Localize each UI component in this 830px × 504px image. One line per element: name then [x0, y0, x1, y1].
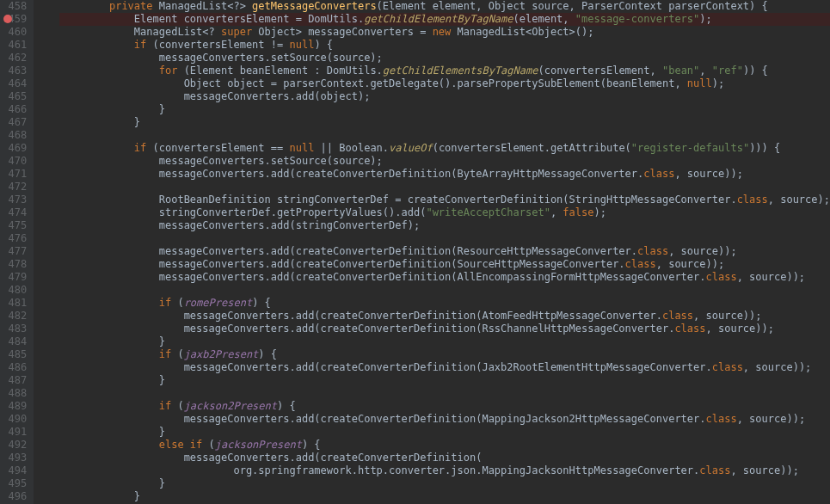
line-number[interactable]: 480: [0, 284, 27, 297]
code-line[interactable]: }: [59, 374, 830, 387]
line-number[interactable]: 486: [0, 361, 27, 374]
code-line[interactable]: messageConverters.add(createConverterDef…: [59, 168, 830, 181]
code-line[interactable]: for (Element beanElement : DomUtils.getC…: [59, 65, 830, 77]
line-number[interactable]: 460: [0, 26, 27, 39]
code-line[interactable]: }: [59, 477, 830, 490]
code-line[interactable]: messageConverters.add(createConverterDef…: [59, 452, 830, 464]
code-line[interactable]: else if (jacksonPresent) {: [59, 439, 830, 452]
line-number[interactable]: 496: [0, 490, 27, 503]
code-line[interactable]: messageConverters.setSource(source);: [59, 52, 830, 65]
line-number[interactable]: 484: [0, 335, 27, 348]
line-number[interactable]: 487: [0, 374, 27, 387]
code-line[interactable]: [59, 232, 830, 245]
line-number[interactable]: 482: [0, 310, 27, 323]
line-number[interactable]: 468: [0, 129, 27, 142]
line-number[interactable]: 474: [0, 206, 27, 219]
line-number[interactable]: 462: [0, 52, 27, 65]
code-line[interactable]: stringConverterDef.getPropertyValues().a…: [59, 206, 830, 219]
line-number[interactable]: 458: [0, 0, 27, 13]
code-line[interactable]: if (jackson2Present) {: [59, 400, 830, 413]
line-number[interactable]: 477: [0, 245, 27, 258]
code-line[interactable]: messageConverters.add(object);: [59, 90, 830, 103]
code-line[interactable]: messageConverters.add(createConverterDef…: [59, 413, 830, 426]
line-number[interactable]: 489: [0, 400, 27, 413]
code-line[interactable]: org.springframework.http.converter.json.…: [59, 464, 830, 477]
code-line[interactable]: }: [59, 490, 830, 503]
code-line[interactable]: [59, 129, 830, 142]
code-line[interactable]: }: [59, 426, 830, 439]
line-number[interactable]: 465: [0, 90, 27, 103]
code-line[interactable]: messageConverters.add(createConverterDef…: [59, 258, 830, 271]
line-number[interactable]: 492: [0, 439, 27, 452]
line-number[interactable]: 469: [0, 142, 27, 155]
line-number[interactable]: 483: [0, 323, 27, 335]
code-line[interactable]: Object object = parserContext.getDelegat…: [59, 77, 830, 90]
line-number[interactable]: 488: [0, 387, 27, 400]
line-number[interactable]: 471: [0, 168, 27, 181]
line-number[interactable]: 463: [0, 65, 27, 77]
line-number[interactable]: 466: [0, 103, 27, 116]
code-line[interactable]: if (romePresent) {: [59, 297, 830, 310]
code-line[interactable]: [59, 387, 830, 400]
line-number[interactable]: 470: [0, 155, 27, 168]
code-line[interactable]: messageConverters.setSource(source);: [59, 155, 830, 168]
line-number[interactable]: 494: [0, 464, 27, 477]
line-number[interactable]: 493: [0, 452, 27, 464]
line-number[interactable]: 490: [0, 413, 27, 426]
line-number[interactable]: 491: [0, 426, 27, 439]
code-line[interactable]: messageConverters.add(stringConverterDef…: [59, 219, 830, 232]
code-line[interactable]: if (convertersElement != null) {: [59, 39, 830, 52]
code-line[interactable]: private ManagedList<?> getMessageConvert…: [59, 0, 830, 13]
line-number[interactable]: 467: [0, 116, 27, 129]
line-number[interactable]: 476: [0, 232, 27, 245]
code-line[interactable]: messageConverters.add(createConverterDef…: [59, 310, 830, 323]
code-line[interactable]: messageConverters.add(createConverterDef…: [59, 271, 830, 284]
code-line[interactable]: if (jaxb2Present) {: [59, 348, 830, 361]
line-number[interactable]: 485: [0, 348, 27, 361]
code-line[interactable]: }: [59, 116, 830, 129]
code-line[interactable]: messageConverters.add(createConverterDef…: [59, 361, 830, 374]
line-number[interactable]: 475: [0, 219, 27, 232]
line-number[interactable]: 479: [0, 271, 27, 284]
code-line[interactable]: }: [59, 335, 830, 348]
line-number[interactable]: 481: [0, 297, 27, 310]
line-number[interactable]: 464: [0, 77, 27, 90]
line-number[interactable]: 472: [0, 181, 27, 194]
code-line[interactable]: }: [59, 103, 830, 116]
line-number-gutter[interactable]: 4584594604614624634644654664674684694704…: [0, 0, 34, 504]
code-line[interactable]: RootBeanDefinition stringConverterDef = …: [59, 194, 830, 206]
line-number[interactable]: 495: [0, 477, 27, 490]
line-number[interactable]: 473: [0, 194, 27, 206]
code-line[interactable]: ManagedList<? super Object> messageConve…: [59, 26, 830, 39]
code-line[interactable]: [59, 284, 830, 297]
code-line[interactable]: messageConverters.add(createConverterDef…: [59, 323, 830, 335]
code-line[interactable]: messageConverters.add(createConverterDef…: [59, 245, 830, 258]
code-editor-area[interactable]: private ManagedList<?> getMessageConvert…: [34, 0, 830, 504]
code-line[interactable]: Element convertersElement = DomUtils.get…: [59, 13, 830, 26]
code-line[interactable]: if (convertersElement == null || Boolean…: [59, 142, 830, 155]
line-number[interactable]: 461: [0, 39, 27, 52]
code-line[interactable]: [59, 181, 830, 194]
line-number[interactable]: 478: [0, 258, 27, 271]
breakpoint-marker[interactable]: [3, 15, 12, 23]
